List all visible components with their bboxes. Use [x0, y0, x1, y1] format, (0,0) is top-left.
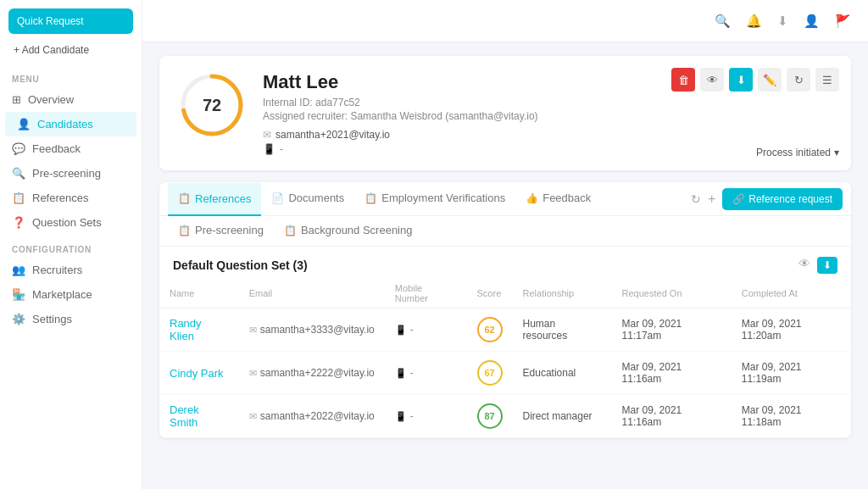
table-download-icon[interactable]: ⬇: [817, 257, 837, 274]
row-completed: Mar 09, 2021 11:19am: [732, 352, 851, 395]
reference-request-button[interactable]: 🔗 Reference request: [722, 188, 843, 210]
sidebar-item-recruiters[interactable]: 👥 Recruiters: [0, 258, 142, 282]
tab-row-2: 📋 Pre-screening 📋 Background Screening: [159, 216, 851, 247]
score-circle: 72: [178, 71, 246, 139]
ref-request-icon: 🔗: [732, 193, 745, 205]
score-badge: 67: [477, 360, 503, 386]
table-title-row: Default Question Set (3) 👁 ⬇: [159, 247, 851, 279]
documents-tab-icon: 📄: [271, 192, 284, 204]
topbar: 🔍 🔔 ⬇ 👤 🚩: [142, 0, 868, 42]
settings-icon: ⚙️: [12, 313, 25, 325]
feedback-tab-icon: 👍: [526, 192, 538, 204]
row-completed: Mar 09, 2021 11:18am: [732, 395, 851, 438]
table-row: Cindy Park ✉ samantha+2222@vitay.io 📱 - …: [159, 352, 851, 395]
sidebar-item-prescreening[interactable]: 🔍 Pre-screening: [0, 161, 142, 186]
chevron-down-icon: ▾: [834, 147, 839, 158]
candidate-phone: 📱 -: [263, 143, 832, 155]
row-relationship: Human resources: [513, 308, 612, 352]
recruiter-icon: 👥: [12, 264, 25, 276]
sidebar-item-questionsets[interactable]: ❓ Question Sets: [0, 210, 142, 235]
prescreening-tab-icon: 📋: [178, 225, 191, 236]
row-relationship: Direct manager: [513, 395, 612, 438]
phone-icon: 📱: [263, 143, 275, 155]
col-requested: Requested On: [612, 279, 732, 308]
search-icon[interactable]: 🔍: [715, 14, 731, 29]
delete-button[interactable]: 🗑: [671, 68, 695, 92]
employment-tab-icon: 📋: [364, 192, 377, 204]
tab-references[interactable]: 📋 References: [168, 183, 261, 216]
row-completed: Mar 09, 2021 11:20am: [732, 308, 851, 352]
tab-add-icon[interactable]: +: [708, 192, 715, 207]
question-icon: ❓: [12, 216, 25, 229]
references-table: Name Email Mobile Number Score Relations…: [159, 279, 851, 438]
tab-background-screening[interactable]: 📋 Background Screening: [274, 216, 423, 246]
col-mobile: Mobile Number: [385, 279, 467, 308]
ref-icon: 📋: [12, 192, 25, 204]
score-badge: 87: [477, 403, 503, 429]
prescreening-icon: 🔍: [12, 167, 25, 180]
candidate-name-link[interactable]: Derek Smith: [170, 403, 199, 429]
sidebar-item-references[interactable]: 📋 References: [0, 186, 142, 210]
quick-request-button[interactable]: Quick Request: [8, 8, 133, 34]
table-view-icon[interactable]: 👁: [798, 257, 810, 274]
email-row-icon: ✉: [249, 325, 257, 336]
table-row: Randy Klien ✉ samantha+3333@vitay.io 📱 -…: [159, 308, 851, 352]
sidebar-item-marketplace[interactable]: 🏪 Marketplace: [0, 282, 142, 307]
sidebar-item-settings[interactable]: ⚙️ Settings: [0, 307, 142, 331]
sidebar-item-candidates[interactable]: 👤 Candidates: [5, 112, 136, 136]
background-tab-icon: 📋: [284, 225, 297, 236]
refresh-button[interactable]: ↻: [787, 68, 810, 92]
row-phone: 📱 -: [395, 410, 457, 422]
tab-employment-verifications[interactable]: 📋 Employment Verifications: [354, 182, 515, 215]
row-email: ✉ samantha+2022@vitay.io: [249, 410, 375, 422]
col-score: Score: [467, 279, 513, 308]
phone-row-icon: 📱: [395, 325, 407, 336]
row-requested: Mar 09, 2021 11:16am: [612, 395, 732, 438]
row-phone: 📱 -: [395, 367, 457, 379]
row-phone: 📱 -: [395, 324, 457, 336]
score-badge: 62: [477, 317, 503, 342]
candidate-card: 72 Matt Lee Internal ID: ada77c52 Assign…: [159, 56, 851, 170]
row-relationship: Educational: [513, 352, 612, 395]
menu-section-label: MENU: [0, 71, 142, 87]
row-email: ✉ samantha+3333@vitay.io: [249, 324, 375, 336]
view-button[interactable]: 👁: [700, 68, 724, 92]
email-row-icon: ✉: [249, 411, 257, 422]
candidate-name-link[interactable]: Cindy Park: [170, 367, 224, 380]
row-requested: Mar 09, 2021 11:17am: [612, 308, 732, 352]
tabs-table-container: 📋 References 📄 Documents 📋 Employment Ve…: [159, 182, 851, 438]
tab-feedback[interactable]: 👍 Feedback: [515, 182, 601, 215]
main-wrapper: 🔍 🔔 ⬇ 👤 🚩 72 Matt Lee Internal ID: ada77…: [142, 0, 868, 489]
card-actions: 🗑 👁 ⬇ ✏️ ↻ ☰: [671, 68, 839, 92]
export-button[interactable]: ⬇: [729, 68, 753, 92]
bell-icon[interactable]: 🔔: [746, 14, 762, 29]
phone-row-icon: 📱: [395, 411, 407, 422]
tab-row-1: 📋 References 📄 Documents 📋 Employment Ve…: [159, 182, 851, 216]
table-header-icons: 👁 ⬇: [798, 257, 837, 274]
tab-prescreening[interactable]: 📋 Pre-screening: [168, 216, 274, 246]
edit-button[interactable]: ✏️: [758, 68, 782, 92]
process-status[interactable]: Process initiated ▾: [756, 147, 839, 158]
user-icon[interactable]: 👤: [804, 14, 820, 29]
menu-button[interactable]: ☰: [815, 68, 839, 92]
col-relationship: Relationship: [513, 279, 612, 308]
tab-documents[interactable]: 📄 Documents: [261, 182, 354, 215]
sidebar-item-overview[interactable]: ⊞ Overview: [0, 87, 142, 112]
flag-icon[interactable]: 🚩: [835, 14, 851, 29]
download-icon[interactable]: ⬇: [777, 14, 788, 29]
sidebar: Quick Request + Add Candidate MENU ⊞ Ove…: [0, 0, 142, 489]
score-value: 72: [203, 96, 221, 115]
feedback-icon: 💬: [12, 142, 25, 155]
person-icon: 👤: [17, 118, 31, 131]
tab-refresh-icon[interactable]: ↻: [691, 192, 701, 206]
col-email: Email: [239, 279, 385, 308]
config-section-label: CONFIGURATION: [0, 235, 142, 258]
tab-actions: ↻ + 🔗 Reference request: [691, 188, 843, 210]
candidate-internal-id: Internal ID: ada77c52: [263, 97, 832, 108]
sidebar-item-feedback[interactable]: 💬 Feedback: [0, 136, 142, 161]
add-candidate-button[interactable]: + Add Candidate: [8, 41, 133, 59]
process-status-text: Process initiated: [756, 147, 831, 158]
content-area: 72 Matt Lee Internal ID: ada77c52 Assign…: [142, 42, 868, 489]
candidate-name-link[interactable]: Randy Klien: [170, 317, 202, 342]
phone-row-icon: 📱: [395, 368, 407, 379]
